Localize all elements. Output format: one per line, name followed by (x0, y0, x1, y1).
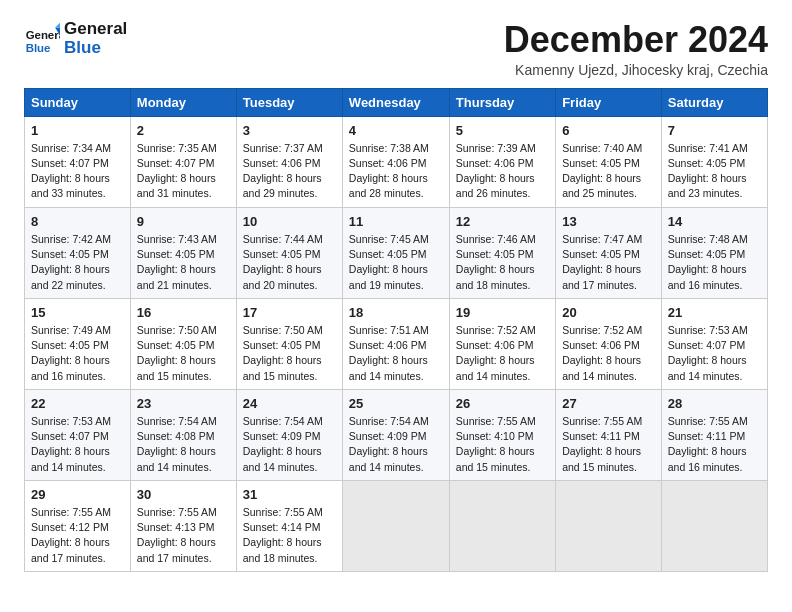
weekday-header-thursday: Thursday (449, 88, 555, 116)
title-block: December 2024 Kamenny Ujezd, Jihocesky k… (504, 20, 768, 78)
calendar-cell: 8Sunrise: 7:42 AMSunset: 4:05 PMDaylight… (25, 207, 131, 298)
day-number: 15 (31, 304, 124, 322)
logo: General Blue General Blue (24, 20, 127, 57)
calendar-cell: 25Sunrise: 7:54 AMSunset: 4:09 PMDayligh… (342, 389, 449, 480)
day-detail: Sunrise: 7:55 AMSunset: 4:13 PMDaylight:… (137, 505, 230, 566)
calendar-cell: 2Sunrise: 7:35 AMSunset: 4:07 PMDaylight… (130, 116, 236, 207)
svg-marker-3 (55, 22, 60, 27)
day-detail: Sunrise: 7:41 AMSunset: 4:05 PMDaylight:… (668, 141, 761, 202)
day-number: 1 (31, 122, 124, 140)
day-number: 27 (562, 395, 655, 413)
day-detail: Sunrise: 7:50 AMSunset: 4:05 PMDaylight:… (243, 323, 336, 384)
calendar-cell: 13Sunrise: 7:47 AMSunset: 4:05 PMDayligh… (556, 207, 662, 298)
day-number: 10 (243, 213, 336, 231)
day-number: 28 (668, 395, 761, 413)
day-number: 11 (349, 213, 443, 231)
calendar-cell: 30Sunrise: 7:55 AMSunset: 4:13 PMDayligh… (130, 480, 236, 571)
calendar-cell: 22Sunrise: 7:53 AMSunset: 4:07 PMDayligh… (25, 389, 131, 480)
calendar-cell (449, 480, 555, 571)
day-detail: Sunrise: 7:43 AMSunset: 4:05 PMDaylight:… (137, 232, 230, 293)
day-number: 26 (456, 395, 549, 413)
day-number: 24 (243, 395, 336, 413)
weekday-header-saturday: Saturday (661, 88, 767, 116)
calendar-cell: 6Sunrise: 7:40 AMSunset: 4:05 PMDaylight… (556, 116, 662, 207)
calendar-week-row: 29Sunrise: 7:55 AMSunset: 4:12 PMDayligh… (25, 480, 768, 571)
day-number: 4 (349, 122, 443, 140)
calendar-cell: 9Sunrise: 7:43 AMSunset: 4:05 PMDaylight… (130, 207, 236, 298)
calendar-cell: 17Sunrise: 7:50 AMSunset: 4:05 PMDayligh… (236, 298, 342, 389)
calendar-cell: 31Sunrise: 7:55 AMSunset: 4:14 PMDayligh… (236, 480, 342, 571)
logo-line2: Blue (64, 39, 127, 58)
calendar-cell: 12Sunrise: 7:46 AMSunset: 4:05 PMDayligh… (449, 207, 555, 298)
calendar-table: SundayMondayTuesdayWednesdayThursdayFrid… (24, 88, 768, 572)
calendar-week-row: 1Sunrise: 7:34 AMSunset: 4:07 PMDaylight… (25, 116, 768, 207)
calendar-week-row: 15Sunrise: 7:49 AMSunset: 4:05 PMDayligh… (25, 298, 768, 389)
calendar-cell: 24Sunrise: 7:54 AMSunset: 4:09 PMDayligh… (236, 389, 342, 480)
day-number: 17 (243, 304, 336, 322)
day-detail: Sunrise: 7:34 AMSunset: 4:07 PMDaylight:… (31, 141, 124, 202)
calendar-cell (556, 480, 662, 571)
day-detail: Sunrise: 7:52 AMSunset: 4:06 PMDaylight:… (456, 323, 549, 384)
day-number: 25 (349, 395, 443, 413)
day-number: 12 (456, 213, 549, 231)
day-detail: Sunrise: 7:55 AMSunset: 4:11 PMDaylight:… (668, 414, 761, 475)
calendar-cell: 18Sunrise: 7:51 AMSunset: 4:06 PMDayligh… (342, 298, 449, 389)
page-header: General Blue General Blue December 2024 … (24, 20, 768, 78)
day-detail: Sunrise: 7:54 AMSunset: 4:09 PMDaylight:… (243, 414, 336, 475)
day-detail: Sunrise: 7:35 AMSunset: 4:07 PMDaylight:… (137, 141, 230, 202)
day-number: 18 (349, 304, 443, 322)
svg-text:Blue: Blue (26, 42, 51, 54)
weekday-header-friday: Friday (556, 88, 662, 116)
day-number: 3 (243, 122, 336, 140)
day-number: 2 (137, 122, 230, 140)
day-number: 6 (562, 122, 655, 140)
day-number: 9 (137, 213, 230, 231)
day-detail: Sunrise: 7:51 AMSunset: 4:06 PMDaylight:… (349, 323, 443, 384)
calendar-cell: 20Sunrise: 7:52 AMSunset: 4:06 PMDayligh… (556, 298, 662, 389)
day-detail: Sunrise: 7:50 AMSunset: 4:05 PMDaylight:… (137, 323, 230, 384)
day-detail: Sunrise: 7:38 AMSunset: 4:06 PMDaylight:… (349, 141, 443, 202)
calendar-cell (661, 480, 767, 571)
logo-icon: General Blue (24, 21, 60, 57)
calendar-cell: 11Sunrise: 7:45 AMSunset: 4:05 PMDayligh… (342, 207, 449, 298)
calendar-cell: 14Sunrise: 7:48 AMSunset: 4:05 PMDayligh… (661, 207, 767, 298)
logo-line1: General (64, 20, 127, 39)
day-number: 14 (668, 213, 761, 231)
day-number: 30 (137, 486, 230, 504)
day-detail: Sunrise: 7:39 AMSunset: 4:06 PMDaylight:… (456, 141, 549, 202)
calendar-cell: 4Sunrise: 7:38 AMSunset: 4:06 PMDaylight… (342, 116, 449, 207)
day-detail: Sunrise: 7:54 AMSunset: 4:08 PMDaylight:… (137, 414, 230, 475)
calendar-cell: 21Sunrise: 7:53 AMSunset: 4:07 PMDayligh… (661, 298, 767, 389)
calendar-cell: 15Sunrise: 7:49 AMSunset: 4:05 PMDayligh… (25, 298, 131, 389)
calendar-cell: 19Sunrise: 7:52 AMSunset: 4:06 PMDayligh… (449, 298, 555, 389)
day-detail: Sunrise: 7:49 AMSunset: 4:05 PMDaylight:… (31, 323, 124, 384)
day-detail: Sunrise: 7:52 AMSunset: 4:06 PMDaylight:… (562, 323, 655, 384)
day-number: 20 (562, 304, 655, 322)
calendar-cell: 10Sunrise: 7:44 AMSunset: 4:05 PMDayligh… (236, 207, 342, 298)
day-number: 16 (137, 304, 230, 322)
day-detail: Sunrise: 7:55 AMSunset: 4:10 PMDaylight:… (456, 414, 549, 475)
day-number: 7 (668, 122, 761, 140)
day-number: 19 (456, 304, 549, 322)
calendar-cell: 26Sunrise: 7:55 AMSunset: 4:10 PMDayligh… (449, 389, 555, 480)
day-detail: Sunrise: 7:55 AMSunset: 4:12 PMDaylight:… (31, 505, 124, 566)
calendar-cell: 3Sunrise: 7:37 AMSunset: 4:06 PMDaylight… (236, 116, 342, 207)
day-number: 5 (456, 122, 549, 140)
day-detail: Sunrise: 7:55 AMSunset: 4:11 PMDaylight:… (562, 414, 655, 475)
calendar-cell: 23Sunrise: 7:54 AMSunset: 4:08 PMDayligh… (130, 389, 236, 480)
day-detail: Sunrise: 7:40 AMSunset: 4:05 PMDaylight:… (562, 141, 655, 202)
day-number: 29 (31, 486, 124, 504)
calendar-week-row: 8Sunrise: 7:42 AMSunset: 4:05 PMDaylight… (25, 207, 768, 298)
calendar-cell: 27Sunrise: 7:55 AMSunset: 4:11 PMDayligh… (556, 389, 662, 480)
day-number: 31 (243, 486, 336, 504)
day-detail: Sunrise: 7:53 AMSunset: 4:07 PMDaylight:… (668, 323, 761, 384)
month-title: December 2024 (504, 20, 768, 60)
day-number: 13 (562, 213, 655, 231)
day-detail: Sunrise: 7:53 AMSunset: 4:07 PMDaylight:… (31, 414, 124, 475)
calendar-cell: 16Sunrise: 7:50 AMSunset: 4:05 PMDayligh… (130, 298, 236, 389)
day-detail: Sunrise: 7:55 AMSunset: 4:14 PMDaylight:… (243, 505, 336, 566)
day-number: 22 (31, 395, 124, 413)
calendar-cell: 1Sunrise: 7:34 AMSunset: 4:07 PMDaylight… (25, 116, 131, 207)
day-detail: Sunrise: 7:46 AMSunset: 4:05 PMDaylight:… (456, 232, 549, 293)
day-number: 8 (31, 213, 124, 231)
